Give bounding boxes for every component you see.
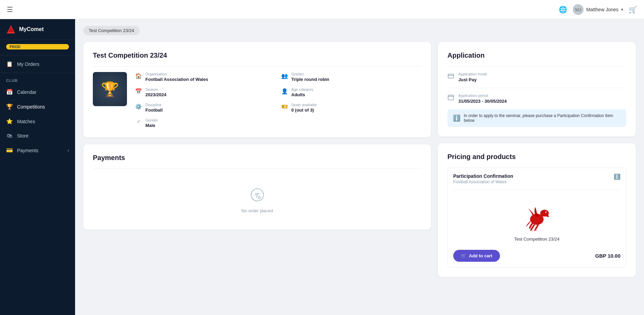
env-badge: PROD: [6, 44, 69, 49]
no-orders-label: No order placed: [241, 208, 273, 213]
globe-icon[interactable]: 🌐: [559, 5, 567, 14]
topbar-right: 🌐 MJ Matthew Jones ▾ 🛒: [559, 4, 637, 15]
product-card: Participation Confirmation Football Asso…: [447, 168, 626, 268]
info-banner: ℹ️ In order to apply to the seminar, ple…: [447, 109, 626, 127]
trophy-icon: 🏆: [101, 81, 119, 98]
season-label: Season: [145, 87, 166, 91]
content-grid: Test Competition 23/24 🏆 🏠 Organi: [83, 42, 636, 277]
sidebar-item-payments[interactable]: 💳 Payments ›: [0, 143, 75, 158]
right-column: Application Application mode Just Pay: [438, 42, 636, 277]
system-text: System Triple round robin: [291, 72, 329, 82]
user-name: Matthew Jones: [586, 7, 618, 12]
payments-icon: 💳: [6, 147, 13, 154]
organisation-label: Organisation: [145, 72, 208, 76]
my-orders-icon: 📋: [6, 61, 13, 67]
sidebar: MyComet PROD 📋 My Orders CLUB 📅 Calendar…: [0, 19, 75, 315]
application-title: Application: [447, 52, 626, 59]
sidebar-item-my-orders[interactable]: 📋 My Orders: [0, 57, 75, 71]
age-value: Adults: [291, 92, 314, 97]
competitions-icon: 🏆: [6, 103, 13, 110]
app-period-item: Application period 31/05/2023 - 30/05/20…: [447, 94, 626, 104]
season-item: 📅 Season 2023/2024: [135, 87, 276, 97]
sidebar-item-matches[interactable]: ⭐ Matches: [0, 114, 75, 129]
seats-item: 🎫 Seats available 0 (out of 3): [281, 103, 422, 113]
product-image-label: Test Competition 23/24: [514, 237, 560, 242]
breadcrumb: Test Competition 23/24: [83, 26, 636, 35]
product-org: Football Association of Wales: [453, 180, 513, 184]
add-to-cart-label: Add to cart: [469, 253, 492, 258]
hamburger-icon[interactable]: ☰: [7, 5, 13, 14]
discipline-value: Football: [145, 108, 163, 113]
chevron-down-icon: ▾: [621, 7, 623, 12]
organisation-value: Football Association of Wales: [145, 77, 208, 82]
svg-text:MJ: MJ: [575, 7, 581, 12]
app-mode-text: Application mode Just Pay: [458, 72, 487, 82]
system-label: System: [291, 72, 329, 76]
competition-card: Test Competition 23/24 🏆 🏠 Organi: [83, 42, 431, 138]
no-orders-icon: [251, 188, 264, 205]
pricing-title: Pricing and products: [447, 153, 626, 161]
organisation-item: 🏠 Organisation Football Association of W…: [135, 72, 276, 82]
organisation-text: Organisation Football Association of Wal…: [145, 72, 208, 82]
layout: MyComet PROD 📋 My Orders CLUB 📅 Calendar…: [0, 19, 644, 315]
season-value: 2023/2024: [145, 92, 166, 97]
sidebar-item-competitions-label: Competitions: [17, 104, 45, 110]
system-icon: 👥: [281, 73, 288, 79]
payments-card: Payments No order placed: [83, 144, 431, 230]
seats-label: Seats available: [291, 103, 317, 107]
competition-detail: 🏆 🏠 Organisation Football Association of…: [93, 72, 421, 128]
seats-text: Seats available 0 (out of 3): [291, 103, 317, 113]
pricing-card: Pricing and products Participation Confi…: [438, 143, 636, 277]
breadcrumb-item[interactable]: Test Competition 23/24: [83, 26, 140, 35]
cart-icon[interactable]: 🛒: [629, 5, 637, 14]
age-label: Age category: [291, 87, 314, 91]
cart-add-icon: 🛒: [461, 253, 466, 258]
sidebar-item-payments-label: Payments: [17, 148, 38, 153]
gender-text: Gender Male: [145, 118, 158, 128]
app-period-value: 31/05/2023 - 30/05/2024: [458, 99, 507, 104]
app-name: MyComet: [19, 26, 44, 32]
price-text: GBP 10.00: [595, 253, 620, 259]
competition-title: Test Competition 23/24: [93, 52, 421, 59]
app-mode-value: Just Pay: [458, 77, 487, 82]
discipline-label: Discipline: [145, 103, 163, 107]
sidebar-item-competitions[interactable]: 🏆 Competitions: [0, 99, 75, 114]
sidebar-item-calendar-label: Calendar: [17, 89, 37, 95]
payments-title: Payments: [93, 154, 421, 162]
sidebar-section-club: CLUB: [0, 74, 75, 85]
info-grid: 🏠 Organisation Football Association of W…: [135, 72, 421, 128]
age-icon: 👤: [281, 88, 288, 95]
welsh-dragon-image: [521, 202, 552, 233]
sidebar-item-calendar[interactable]: 📅 Calendar: [0, 85, 75, 99]
discipline-icon: ⚙️: [135, 103, 142, 110]
season-icon: 📅: [135, 88, 142, 95]
main-content: Test Competition 23/24 Test Competition …: [75, 19, 644, 315]
competition-logo: 🏆: [93, 72, 127, 106]
app-mode-item: Application mode Just Pay: [447, 72, 626, 82]
app-mode-label: Application mode: [458, 72, 487, 76]
sidebar-item-my-orders-label: My Orders: [17, 61, 39, 67]
seats-icon: 🎫: [281, 103, 288, 110]
topbar: ☰ 🌐 MJ Matthew Jones ▾ 🛒: [0, 0, 644, 19]
product-header: Participation Confirmation Football Asso…: [453, 173, 620, 184]
info-banner-text: In order to apply to the seminar, please…: [464, 113, 621, 123]
user-menu-button[interactable]: MJ Matthew Jones ▾: [573, 4, 623, 15]
sidebar-item-store[interactable]: 🛍 Store: [0, 129, 75, 143]
app-period-icon: [447, 94, 454, 103]
product-footer: 🛒 Add to cart GBP 10.00: [453, 250, 620, 262]
age-text: Age category Adults: [291, 87, 314, 97]
matches-icon: ⭐: [6, 118, 13, 125]
svg-point-11: [546, 212, 546, 213]
discipline-text: Discipline Football: [145, 103, 163, 113]
add-to-cart-button[interactable]: 🛒 Add to cart: [453, 250, 500, 262]
topbar-left: ☰: [7, 5, 13, 14]
sidebar-item-store-label: Store: [17, 133, 28, 139]
sidebar-item-matches-label: Matches: [17, 119, 35, 124]
payments-empty: No order placed: [93, 174, 421, 220]
product-info-icon[interactable]: ℹ️: [614, 173, 620, 180]
sidebar-logo: MyComet: [0, 19, 75, 40]
gender-item: ♂ Gender Male: [135, 118, 276, 128]
age-item: 👤 Age category Adults: [281, 87, 422, 97]
season-text: Season 2023/2024: [145, 87, 166, 97]
svg-rect-6: [448, 74, 454, 78]
